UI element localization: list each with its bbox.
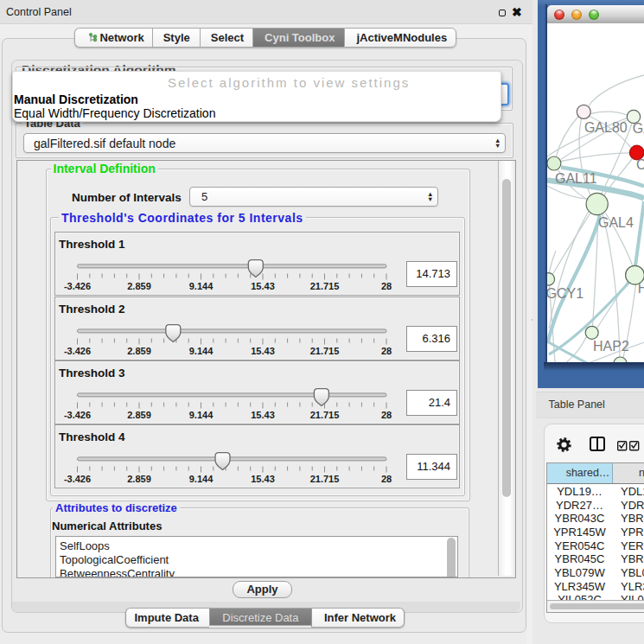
svg-text:15.43: 15.43 <box>251 410 275 420</box>
svg-text:28: 28 <box>381 346 392 356</box>
svg-text:15.43: 15.43 <box>251 281 275 291</box>
svg-text:28: 28 <box>381 410 392 420</box>
svg-text:GAL11: GAL11 <box>555 171 597 186</box>
svg-text:28: 28 <box>381 281 392 291</box>
svg-text:21.715: 21.715 <box>310 410 340 420</box>
svg-text:HA: HA <box>638 281 644 296</box>
svg-text:28: 28 <box>381 474 392 484</box>
svg-text:-3.426: -3.426 <box>64 346 91 356</box>
svg-text:GAL4: GAL4 <box>598 215 634 230</box>
svg-text:9.144: 9.144 <box>189 281 214 291</box>
svg-text:15.43: 15.43 <box>251 474 275 484</box>
svg-text:9.144: 9.144 <box>189 474 214 484</box>
svg-text:2.859: 2.859 <box>127 346 151 356</box>
svg-text:-3.426: -3.426 <box>64 410 91 420</box>
svg-text:21.715: 21.715 <box>310 474 340 484</box>
svg-text:GA: GA <box>633 121 644 136</box>
svg-text:-3.426: -3.426 <box>64 474 91 484</box>
svg-text:-3.426: -3.426 <box>64 281 91 291</box>
svg-text:9.144: 9.144 <box>189 410 214 420</box>
svg-text:9.144: 9.144 <box>189 346 214 356</box>
svg-text:2.859: 2.859 <box>127 281 151 291</box>
svg-text:2.859: 2.859 <box>127 410 151 420</box>
svg-text:GAL80: GAL80 <box>584 120 628 135</box>
svg-text:21.715: 21.715 <box>310 281 340 291</box>
svg-text:21.715: 21.715 <box>310 346 340 356</box>
svg-text:2.859: 2.859 <box>127 474 151 484</box>
svg-text:15.43: 15.43 <box>251 346 275 356</box>
svg-text:GCY1: GCY1 <box>547 286 583 301</box>
svg-text:CR: CR <box>636 157 644 172</box>
svg-text:HAP2: HAP2 <box>593 339 629 354</box>
